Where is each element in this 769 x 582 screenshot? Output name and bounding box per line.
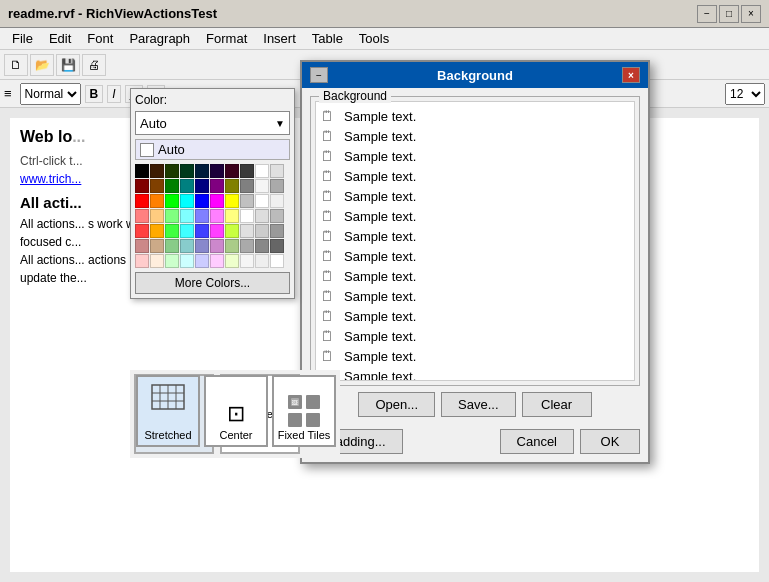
color-cell[interactable]: [195, 254, 209, 268]
color-cell[interactable]: [165, 194, 179, 208]
italic-button[interactable]: I: [107, 85, 120, 103]
menu-font[interactable]: Font: [79, 29, 121, 48]
color-cell[interactable]: [270, 164, 284, 178]
menu-insert[interactable]: Insert: [255, 29, 304, 48]
menu-table[interactable]: Table: [304, 29, 351, 48]
save-button[interactable]: 💾: [56, 54, 80, 76]
color-cell[interactable]: [255, 239, 269, 253]
open-button[interactable]: Open...: [358, 392, 435, 417]
dialog-close-button[interactable]: ×: [622, 67, 640, 83]
save-button[interactable]: Save...: [441, 392, 515, 417]
color-cell[interactable]: [210, 194, 224, 208]
bold-button[interactable]: B: [85, 85, 104, 103]
color-cell[interactable]: [270, 224, 284, 238]
cancel-button[interactable]: Cancel: [500, 429, 574, 454]
color-cell[interactable]: [150, 179, 164, 193]
auto-option[interactable]: Auto: [135, 139, 290, 160]
color-cell[interactable]: [135, 224, 149, 238]
color-cell[interactable]: [210, 164, 224, 178]
color-cell[interactable]: [195, 179, 209, 193]
print-button[interactable]: 🖨: [82, 54, 106, 76]
color-cell[interactable]: [240, 224, 254, 238]
color-cell[interactable]: [255, 194, 269, 208]
color-cell[interactable]: [135, 209, 149, 223]
style-dropdown[interactable]: Normal: [20, 83, 81, 105]
color-cell[interactable]: [195, 224, 209, 238]
color-cell[interactable]: [180, 254, 194, 268]
color-cell[interactable]: [255, 224, 269, 238]
center-thumbnail-btn[interactable]: ⊡ Center: [204, 375, 268, 447]
menu-paragraph[interactable]: Paragraph: [121, 29, 198, 48]
color-cell[interactable]: [255, 209, 269, 223]
color-cell[interactable]: [210, 239, 224, 253]
open-button[interactable]: 📂: [30, 54, 54, 76]
color-cell[interactable]: [150, 224, 164, 238]
color-cell[interactable]: [165, 239, 179, 253]
more-colors-button[interactable]: More Colors...: [135, 272, 290, 294]
menu-format[interactable]: Format: [198, 29, 255, 48]
color-cell[interactable]: [225, 179, 239, 193]
color-cell[interactable]: [270, 194, 284, 208]
color-cell[interactable]: [165, 254, 179, 268]
color-cell[interactable]: [165, 164, 179, 178]
ok-button[interactable]: OK: [580, 429, 640, 454]
color-cell[interactable]: [135, 254, 149, 268]
menu-file[interactable]: File: [4, 29, 41, 48]
color-cell[interactable]: [150, 254, 164, 268]
color-cell[interactable]: [240, 209, 254, 223]
color-cell[interactable]: [165, 224, 179, 238]
font-size-dropdown[interactable]: 12: [725, 83, 765, 105]
color-cell[interactable]: [225, 224, 239, 238]
color-cell[interactable]: [270, 254, 284, 268]
color-cell[interactable]: [210, 254, 224, 268]
minimize-button[interactable]: −: [697, 5, 717, 23]
color-cell[interactable]: [135, 179, 149, 193]
color-cell[interactable]: [180, 179, 194, 193]
color-cell[interactable]: [135, 164, 149, 178]
color-cell[interactable]: [225, 254, 239, 268]
clear-button[interactable]: Clear: [522, 392, 592, 417]
color-dropdown[interactable]: Auto ▼: [135, 111, 290, 135]
menu-tools[interactable]: Tools: [351, 29, 397, 48]
color-cell[interactable]: [240, 239, 254, 253]
color-cell[interactable]: [135, 194, 149, 208]
color-cell[interactable]: [195, 209, 209, 223]
color-cell[interactable]: [225, 239, 239, 253]
color-cell[interactable]: [240, 164, 254, 178]
sample-list[interactable]: 🗒 Sample text. 🗒 Sample text. 🗒 Sample t…: [315, 101, 635, 381]
color-cell[interactable]: [180, 164, 194, 178]
color-cell[interactable]: [270, 239, 284, 253]
color-cell[interactable]: [270, 209, 284, 223]
maximize-button[interactable]: □: [719, 5, 739, 23]
color-cell[interactable]: [225, 209, 239, 223]
color-cell[interactable]: [270, 179, 284, 193]
menu-edit[interactable]: Edit: [41, 29, 79, 48]
color-cell[interactable]: [195, 194, 209, 208]
color-cell[interactable]: [210, 224, 224, 238]
color-cell[interactable]: [135, 239, 149, 253]
color-cell[interactable]: [210, 179, 224, 193]
color-cell[interactable]: [180, 239, 194, 253]
color-cell[interactable]: [150, 239, 164, 253]
color-cell[interactable]: [210, 209, 224, 223]
color-cell[interactable]: [240, 179, 254, 193]
close-button[interactable]: ×: [741, 5, 761, 23]
color-cell[interactable]: [240, 194, 254, 208]
color-cell[interactable]: [150, 209, 164, 223]
stretched-thumbnail-btn[interactable]: Stretched: [136, 375, 200, 447]
color-cell[interactable]: [150, 194, 164, 208]
color-cell[interactable]: [225, 194, 239, 208]
color-cell[interactable]: [255, 179, 269, 193]
color-cell[interactable]: [225, 164, 239, 178]
color-cell[interactable]: [165, 179, 179, 193]
color-cell[interactable]: [255, 254, 269, 268]
color-cell[interactable]: [150, 164, 164, 178]
new-button[interactable]: 🗋: [4, 54, 28, 76]
color-cell[interactable]: [240, 254, 254, 268]
color-cell[interactable]: [195, 239, 209, 253]
color-cell[interactable]: [195, 164, 209, 178]
color-cell[interactable]: [165, 209, 179, 223]
color-cell[interactable]: [255, 164, 269, 178]
color-cell[interactable]: [180, 209, 194, 223]
color-cell[interactable]: [180, 224, 194, 238]
